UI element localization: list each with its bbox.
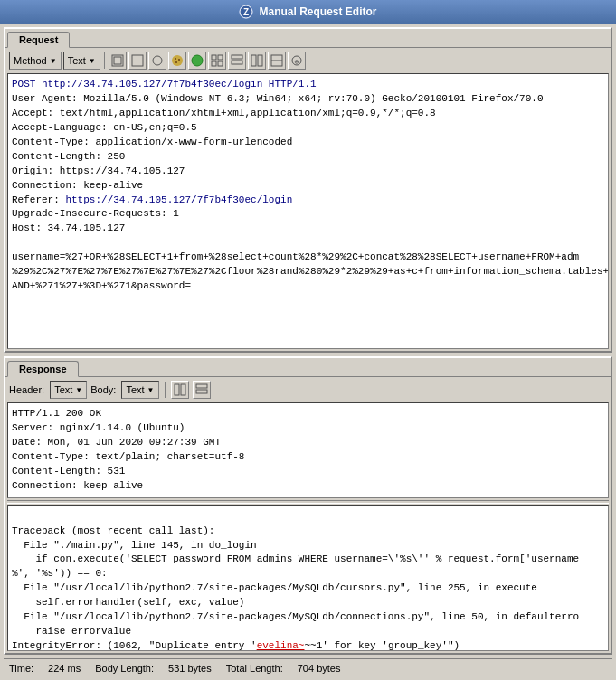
request-tab-bar: Request [5, 29, 611, 47]
response-tab-bar: Response [5, 358, 611, 376]
toolbar-btn-3[interactable] [148, 52, 166, 70]
response-tab[interactable]: Response [7, 361, 79, 377]
response-panel: Response Header: Text ▼ Body: Text ▼ [4, 356, 612, 655]
svg-rect-14 [218, 61, 223, 66]
total-length-value: 704 bytes [298, 663, 341, 674]
svg-rect-17 [251, 55, 256, 66]
toolbar-btn-green[interactable] [188, 52, 206, 70]
response-status-line: HTTP/1.1 200 OK Server: nginx/1.14.0 (Ub… [12, 408, 244, 491]
title-bar: Z Manual Request Editor [0, 0, 616, 24]
time-label: Time: [9, 663, 33, 674]
body-format-select[interactable]: Text ▼ [121, 381, 158, 399]
response-traceback-section: Traceback (most recent call last): File … [7, 505, 609, 651]
traceback-suffix: ~~1' for key 'group_key'") [304, 640, 460, 651]
traceback-line1: Traceback (most recent call last): File … [12, 525, 579, 651]
svg-point-6 [172, 55, 183, 66]
method-label: Method [14, 55, 47, 66]
request-body[interactable]: POST http://34.74.105.127/7f7b4f30ec/log… [7, 73, 609, 349]
total-length-label: Total Length: [226, 663, 283, 674]
toolbar-btn-6[interactable] [248, 52, 266, 70]
method-select[interactable]: Method ▼ [9, 52, 62, 70]
response-headers-section: HTTP/1.1 200 OK Server: nginx/1.14.0 (Ub… [7, 402, 609, 498]
svg-point-8 [178, 59, 180, 61]
request-toolbar: Method ▼ Text ▼ [7, 50, 609, 71]
svg-rect-15 [232, 55, 242, 59]
request-body-line1: POST http://34.74.105.127/7f7b4f30ec/log… [12, 79, 317, 90]
request-body-headers: User-Agent: Mozilla/5.0 (Windows NT 6.3;… [12, 93, 544, 191]
body-format-arrow: ▼ [147, 386, 155, 394]
svg-rect-4 [132, 55, 143, 66]
toolbar-btn-4[interactable] [208, 52, 226, 70]
response-divider[interactable] [7, 500, 609, 504]
svg-rect-25 [196, 384, 207, 388]
svg-rect-23 [175, 384, 179, 395]
request-panel-content: Method ▼ Text ▼ [5, 47, 611, 351]
body-length-value: 531 bytes [168, 663, 212, 674]
request-panel: Request Method ▼ Text ▼ [4, 27, 612, 353]
method-arrow: ▼ [50, 57, 57, 65]
text-format-label: Text [68, 55, 86, 66]
svg-rect-11 [212, 55, 216, 60]
traceback-highlight: evelina~ [257, 640, 305, 651]
svg-rect-26 [196, 390, 207, 393]
status-bar: Time: 224 ms Body Length: 531 bytes Tota… [4, 658, 612, 676]
response-btn-1[interactable] [171, 381, 189, 399]
svg-rect-13 [212, 61, 216, 66]
request-body-rest: Upgrade-Insecure-Requests: 1 Host: 34.74… [12, 208, 609, 291]
request-referer: Referer: https://34.74.105.127/7f7b4f30e… [12, 194, 292, 205]
svg-point-5 [153, 56, 162, 65]
toolbar-btn-2[interactable] [128, 52, 147, 70]
svg-rect-12 [218, 55, 223, 60]
svg-point-9 [175, 61, 177, 63]
svg-text:Z: Z [243, 7, 249, 17]
response-headers-body[interactable]: HTTP/1.1 200 OK Server: nginx/1.14.0 (Ub… [7, 402, 609, 498]
header-format-select[interactable]: Text ▼ [50, 381, 87, 399]
svg-point-7 [175, 58, 176, 60]
svg-rect-3 [114, 57, 121, 64]
text-format-select[interactable]: Text ▼ [63, 52, 100, 70]
response-toolbar-sep [165, 382, 166, 398]
toolbar-btn-8[interactable]: ⊕ [288, 52, 306, 70]
body-format-value: Text [126, 384, 144, 395]
body-label: Body: [90, 384, 116, 395]
svg-point-10 [192, 55, 203, 66]
response-panel-content: Header: Text ▼ Body: Text ▼ [5, 376, 611, 653]
toolbar-btn-cookie[interactable] [168, 52, 186, 70]
time-value: 224 ms [48, 663, 81, 674]
svg-rect-24 [181, 384, 185, 395]
header-label: Header: [9, 384, 44, 395]
toolbar-btn-5[interactable] [228, 52, 246, 70]
request-tab[interactable]: Request [7, 32, 70, 48]
body-length-label: Body Length: [95, 663, 154, 674]
response-btn-2[interactable] [193, 381, 211, 399]
toolbar-separator-1 [104, 52, 105, 69]
svg-text:⊕: ⊕ [294, 58, 299, 66]
header-format-value: Text [54, 384, 72, 395]
window-title: Manual Request Editor [259, 5, 376, 18]
response-toolbar: Header: Text ▼ Body: Text ▼ [7, 379, 609, 401]
main-container: Request Method ▼ Text ▼ [0, 24, 616, 680]
app-icon: Z [239, 5, 253, 19]
header-format-arrow: ▼ [75, 386, 82, 394]
svg-rect-18 [258, 55, 262, 66]
toolbar-btn-7[interactable] [268, 52, 286, 70]
toolbar-btn-1[interactable] [109, 52, 127, 70]
response-traceback-body[interactable]: Traceback (most recent call last): File … [7, 505, 609, 651]
text-format-arrow: ▼ [89, 57, 96, 65]
svg-rect-16 [232, 61, 242, 64]
